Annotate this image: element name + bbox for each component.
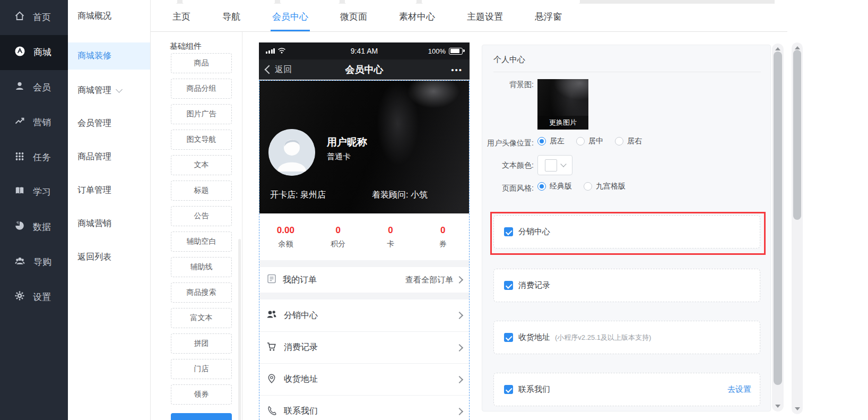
component-group-buy[interactable]: 拼团: [171, 333, 232, 354]
component-image-ad[interactable]: 图片广告: [171, 104, 232, 124]
stat-balance[interactable]: 0.00余额: [259, 213, 312, 260]
component-goods[interactable]: 商品: [171, 53, 232, 73]
panel-scrollbar[interactable]: [772, 44, 784, 412]
trend-up-icon: [14, 116, 25, 129]
tab-nav[interactable]: 导航: [221, 4, 242, 31]
save-button[interactable]: 保存: [171, 413, 232, 420]
radio-align-left[interactable]: 居左: [537, 136, 565, 146]
menu-row-distribution[interactable]: 分销中心: [259, 299, 469, 331]
sidebar-item-settings[interactable]: 设置: [0, 279, 68, 314]
stat-cards[interactable]: 0卡: [364, 213, 417, 260]
tab-micro-page[interactable]: 微页面: [338, 4, 369, 31]
stat-points[interactable]: 0积分: [312, 213, 364, 260]
page-style-group: 经典版 九宫格版: [537, 182, 632, 191]
radio-grid[interactable]: 九宫格版: [584, 182, 626, 191]
status-time: 9:41 AM: [259, 47, 470, 55]
component-store[interactable]: 门店: [171, 359, 232, 379]
scroll-down-icon[interactable]: [775, 405, 780, 408]
go-setup-link[interactable]: 去设置: [727, 384, 751, 395]
component-image-text-nav[interactable]: 图文导航: [171, 130, 232, 150]
tab-theme-settings[interactable]: 主题设置: [465, 4, 505, 31]
location-pin-icon: [266, 373, 277, 386]
tab-member-center[interactable]: 会员中心: [271, 4, 310, 31]
module-label: 分销中心: [518, 227, 550, 237]
component-title[interactable]: 标题: [171, 181, 232, 201]
submenu-label: 订单管理: [77, 185, 111, 196]
scroll-up-icon[interactable]: [775, 47, 780, 50]
tab-material-center[interactable]: 素材中心: [397, 4, 437, 31]
component-notice[interactable]: 公告: [171, 206, 232, 226]
stat-coupons[interactable]: 0券: [416, 213, 469, 260]
component-goods-search[interactable]: 商品搜索: [171, 282, 232, 303]
radio-icon: [584, 182, 592, 191]
checkbox-address[interactable]: [504, 333, 513, 342]
component-coupon[interactable]: 领券: [171, 384, 232, 405]
mall-logo-icon: [14, 46, 25, 59]
sidebar-item-guide[interactable]: 导购: [0, 245, 68, 280]
submenu-item-marketing[interactable]: 商城营销: [68, 210, 150, 237]
menu-row-consumption[interactable]: 消费记录: [259, 331, 469, 363]
change-image-button[interactable]: 更换图片: [537, 116, 588, 130]
submenu-item-back-list[interactable]: 返回列表: [68, 244, 150, 271]
sidebar-item-home[interactable]: 首页: [0, 0, 68, 35]
sidebar-item-label: 学习: [33, 186, 51, 198]
member-icon: [14, 81, 25, 94]
advisor-text: 着装顾问: 小筑: [372, 190, 428, 201]
component-blank[interactable]: 辅助空白: [171, 232, 232, 252]
radio-align-right[interactable]: 居右: [615, 136, 642, 146]
text-color-picker[interactable]: [537, 155, 572, 175]
phone-preview: 9:41 AM 100% 返回 会员中心 ••• 用户昵称 普通卡 开卡店: 泉…: [259, 42, 470, 420]
avatar-position-label: 用户头像位置:: [482, 139, 534, 148]
profile-header[interactable]: 用户昵称 普通卡 开卡店: 泉州店 着装顾问: 小筑: [259, 81, 469, 213]
checkbox-contact[interactable]: [504, 385, 513, 394]
sidebar-item-learn[interactable]: 学习: [0, 175, 68, 210]
submenu-item-members[interactable]: 会员管理: [68, 110, 150, 137]
tab-home[interactable]: 主页: [171, 4, 192, 31]
sidebar-item-tasks[interactable]: 任务: [0, 140, 68, 175]
page-scrollbar-thumb[interactable]: [793, 50, 801, 220]
sidebar-item-member[interactable]: 会员: [0, 70, 68, 105]
radio-classic[interactable]: 经典版: [537, 182, 572, 191]
scroll-down-icon[interactable]: [795, 407, 800, 410]
browser-strip-item: [422, 0, 580, 4]
page-style-label: 页面风格:: [482, 184, 534, 193]
tab-float-window[interactable]: 悬浮窗: [533, 4, 563, 31]
submenu-item-goods[interactable]: 商品管理: [68, 143, 150, 170]
radio-align-center[interactable]: 居中: [576, 136, 603, 146]
browser-strip: [68, 0, 775, 4]
sidebar-item-data[interactable]: 数据: [0, 210, 68, 245]
gear-icon: [14, 290, 25, 304]
my-orders-row[interactable]: 我的订单 查看全部订单: [259, 267, 469, 293]
checkbox-distribution[interactable]: [504, 227, 513, 236]
submenu-item-manage[interactable]: 商城管理: [68, 77, 150, 104]
sidebar-item-mall[interactable]: 商城: [0, 35, 68, 70]
menu-row-contact[interactable]: 联系我们: [259, 395, 469, 420]
sidebar-item-marketing[interactable]: 营销: [0, 105, 68, 140]
menu-row-address[interactable]: 收货地址: [259, 363, 469, 395]
sidebar-item-label: 设置: [33, 291, 51, 303]
submenu-item-overview[interactable]: 商城概况: [68, 3, 150, 30]
divider: [493, 72, 761, 72]
view-all-orders-link: 查看全部订单: [405, 275, 453, 285]
component-text[interactable]: 文本: [171, 155, 232, 175]
submenu-item-orders[interactable]: 订单管理: [68, 177, 150, 204]
member-center-component[interactable]: 用户昵称 普通卡 开卡店: 泉州店 着装顾问: 小筑 0.00余额 0积分 0卡…: [259, 80, 470, 420]
component-goods-group[interactable]: 商品分组: [171, 79, 232, 99]
open-store-text: 开卡店: 泉州店: [270, 190, 326, 201]
sidebar-item-label: 数据: [33, 221, 51, 233]
component-divider[interactable]: 辅助线: [171, 257, 232, 277]
shop-submenu: 商城概况 商城装修 商城管理 会员管理 商品管理 订单管理 商城营销 返回列表: [68, 0, 151, 420]
menu-label: 消费记录: [284, 342, 318, 353]
checkbox-consumption[interactable]: [504, 281, 513, 290]
panel-scrollbar-thumb[interactable]: [774, 52, 782, 385]
scroll-up-icon[interactable]: [795, 46, 800, 49]
components-scrollbar[interactable]: [238, 239, 241, 420]
background-thumbnail[interactable]: 更换图片: [537, 79, 588, 130]
chevron-down-icon: [116, 86, 123, 93]
page-scrollbar[interactable]: [792, 42, 803, 414]
sidebar-item-label: 营销: [33, 116, 51, 128]
submenu-item-decorate[interactable]: 商城装修: [68, 42, 150, 70]
radio-icon: [537, 137, 546, 145]
component-rich-text[interactable]: 富文本: [171, 308, 232, 328]
phone-page-title: 会员中心: [259, 63, 470, 76]
